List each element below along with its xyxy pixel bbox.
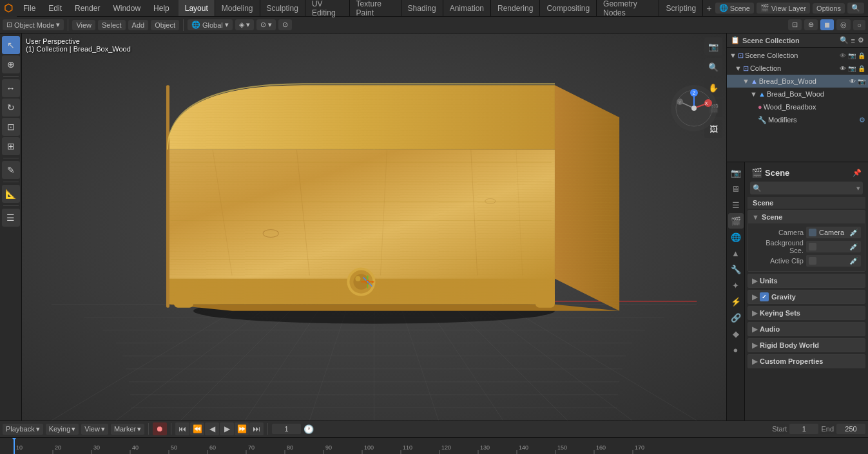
tool-scale[interactable]: ⊡ <box>2 118 20 136</box>
viewport-3d[interactable]: User Perspective (1) Collection | Bread_… <box>22 33 726 421</box>
proportional-edit[interactable]: ⊙ <box>278 19 292 30</box>
navigation-gizmo[interactable]: X Y Z <box>671 85 717 131</box>
tab-uv-editing[interactable]: UV Editing <box>305 0 350 16</box>
overlay-toggle[interactable]: ⊡ <box>788 19 802 30</box>
keying-sets-collapse-header[interactable]: ▶ Keying Sets <box>748 307 865 319</box>
lock-icon-2[interactable]: 🔒 <box>858 65 865 72</box>
units-collapse-header[interactable]: ▶ Units <box>748 274 865 287</box>
tab-modeling[interactable]: Modeling <box>215 0 260 16</box>
render-icon[interactable]: 📷 <box>848 52 856 59</box>
timeline-keying-menu[interactable]: Keying ▾ <box>46 424 79 435</box>
lock-icon[interactable]: 🔒 <box>858 52 865 59</box>
render-icon-2[interactable]: 📷 <box>848 65 856 72</box>
bg-scene-value[interactable]: 💉 <box>806 241 861 252</box>
viewport-camera-button[interactable]: 📷 <box>704 37 722 55</box>
scene-collapse-header[interactable]: ▼ Scene <box>748 211 865 223</box>
tab-texture-paint[interactable]: Texture Paint <box>350 0 401 16</box>
viewport-shading-solid[interactable]: ◼ <box>820 19 834 30</box>
add-tab-button[interactable]: + <box>703 1 715 15</box>
add-menu[interactable]: Add <box>128 20 149 30</box>
outliner-filter-icon[interactable]: ≡ <box>851 37 855 44</box>
render-icon-3[interactable]: 📷 <box>858 78 865 85</box>
step-forward-button[interactable]: ⏩ <box>235 422 249 435</box>
menu-edit[interactable]: Edit <box>42 0 68 16</box>
prop-world-icon[interactable]: 🌐 <box>728 229 744 245</box>
current-frame-input[interactable] <box>272 424 301 434</box>
transform-global[interactable]: 🌐 Global ▾ <box>188 19 233 30</box>
viewport-shading-material[interactable]: ◎ <box>836 19 851 30</box>
active-clip-eyedropper-icon[interactable]: 💉 <box>849 257 858 265</box>
tool-annotate[interactable]: ✎ <box>2 161 20 179</box>
tab-animation[interactable]: Animation <box>443 0 491 16</box>
timeline-playback-menu[interactable]: Playback ▾ <box>3 424 43 435</box>
audio-collapse-header[interactable]: ▶ Audio <box>748 323 865 336</box>
outliner-search-icon[interactable]: 🔍 <box>840 36 849 44</box>
skip-to-start-button[interactable]: ⏮ <box>175 422 189 435</box>
menu-file[interactable]: File <box>17 0 42 16</box>
record-button[interactable]: ⏺ <box>153 422 167 435</box>
play-reverse-button[interactable]: ◀ <box>205 422 219 435</box>
camera-eyedropper-icon[interactable]: 💉 <box>849 229 858 237</box>
end-frame-input[interactable] <box>836 424 865 434</box>
prop-scene-icon[interactable]: 🎬 <box>728 213 744 229</box>
prop-modifier-icon[interactable]: 🔧 <box>728 261 744 277</box>
skip-to-end-button[interactable]: ⏭ <box>249 422 264 435</box>
tab-geometry-nodes[interactable]: Geometry Nodes <box>597 0 659 16</box>
timeline-marker-menu[interactable]: Marker ▾ <box>111 424 144 435</box>
tab-layout[interactable]: Layout <box>178 0 215 16</box>
prop-render-icon[interactable]: 📷 <box>728 165 744 180</box>
filter-chevron-icon[interactable]: ▾ <box>856 184 860 193</box>
pin-icon[interactable]: 📌 <box>853 169 862 177</box>
prop-material-icon[interactable]: ● <box>728 342 744 357</box>
camera-value[interactable]: Camera 💉 <box>806 227 861 238</box>
outliner-row-material[interactable]: ● Wood_Breadbox <box>727 100 868 113</box>
step-back-button[interactable]: ⏪ <box>190 422 204 435</box>
tool-rotate[interactable]: ↻ <box>2 99 20 117</box>
prop-constraints-icon[interactable]: 🔗 <box>728 310 744 325</box>
tool-move[interactable]: ↔ <box>2 79 20 97</box>
props-search-input[interactable] <box>764 183 854 193</box>
tool-add[interactable]: ☰ <box>2 209 20 227</box>
prop-object-icon[interactable]: ▲ <box>728 245 744 261</box>
tool-measure[interactable]: 📐 <box>2 185 20 203</box>
tab-shading[interactable]: Shading <box>401 0 443 16</box>
outliner-row-collection[interactable]: ▼ ⊡ Collection 👁 📷 🔒 <box>727 62 868 75</box>
prop-physics-icon[interactable]: ⚡ <box>728 294 744 309</box>
menu-render[interactable]: Render <box>68 0 106 16</box>
viewport-shading-render[interactable]: ○ <box>853 20 865 30</box>
custom-props-collapse-header[interactable]: ▶ Custom Properties <box>748 355 865 368</box>
prop-viewlayer-icon[interactable]: ☰ <box>728 197 744 213</box>
outliner-row-breadbox[interactable]: ▼ ▲ Bread_Box_Wood 👁 📷 <box>727 75 868 88</box>
gravity-collapse-header[interactable]: ▶ ✓ Gravity <box>748 290 865 303</box>
select-menu[interactable]: Select <box>98 20 126 30</box>
menu-window[interactable]: Window <box>106 0 147 16</box>
tab-rendering[interactable]: Rendering <box>491 0 540 16</box>
modifier-settings-icon[interactable]: ⚙ <box>859 116 865 124</box>
gravity-checkbox[interactable]: ✓ <box>760 292 769 301</box>
options-button[interactable]: Options <box>813 3 845 14</box>
snap-settings[interactable]: ⊙ ▾ <box>256 19 276 30</box>
active-clip-value[interactable]: 💉 <box>806 255 861 267</box>
object-menu[interactable]: Object <box>151 20 179 30</box>
tool-select[interactable]: ↖ <box>2 36 20 54</box>
transform-pivot[interactable]: ◈ ▾ <box>235 19 254 30</box>
prop-objectdata-icon[interactable]: ◆ <box>728 326 744 341</box>
prop-output-icon[interactable]: 🖥 <box>728 181 744 196</box>
mode-selector[interactable]: ⊡ Object Mode ▾ <box>3 19 64 30</box>
view-layer-selector[interactable]: 🎬 View Layer <box>757 3 810 14</box>
scene-selector[interactable]: 🌐 Scene <box>715 3 754 14</box>
tool-transform[interactable]: ⊞ <box>2 137 20 155</box>
play-forward-button[interactable]: ▶ <box>220 422 234 435</box>
timeline-view-menu[interactable]: View ▾ <box>81 424 108 435</box>
menu-help[interactable]: Help <box>147 0 176 16</box>
bg-scene-eyedropper-icon[interactable]: 💉 <box>849 243 858 251</box>
viewport-search-button[interactable]: 🔍 <box>704 58 722 76</box>
search-global[interactable]: 🔍 <box>847 3 864 14</box>
prop-particles-icon[interactable]: ✦ <box>728 278 744 293</box>
gizmo-toggle[interactable]: ⊕ <box>804 19 818 30</box>
view-menu[interactable]: View <box>72 20 95 30</box>
visibility-icon-3[interactable]: 👁 <box>849 78 856 85</box>
outliner-row-modifiers[interactable]: 🔧 Modifiers ⚙ <box>727 113 868 126</box>
tab-compositing[interactable]: Compositing <box>540 0 597 16</box>
visibility-icon[interactable]: 👁 <box>840 52 846 59</box>
